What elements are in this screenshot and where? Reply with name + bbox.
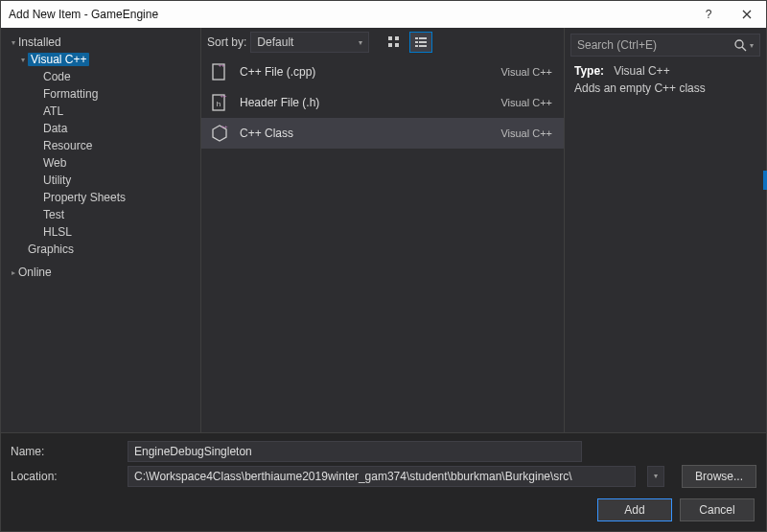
- item-row[interactable]: ++ C++ Class Visual C++: [201, 118, 564, 149]
- title-bar: Add New Item - GameEngine ?: [1, 1, 766, 28]
- location-field[interactable]: [128, 466, 636, 487]
- search-input[interactable]: Search (Ctrl+E) ▾: [570, 34, 760, 57]
- close-icon: [742, 10, 752, 19]
- info-pane: Type: Visual C++ Adds an empty C++ class: [565, 62, 766, 97]
- add-button[interactable]: Add: [597, 498, 672, 521]
- name-field[interactable]: [128, 441, 582, 462]
- svg-rect-0: [388, 36, 392, 40]
- location-label: Location:: [11, 470, 124, 483]
- category-tree[interactable]: ▾ Installed ▾ Visual C++ Code Formatting…: [1, 28, 200, 432]
- grid-icon: [387, 35, 401, 49]
- cpp-class-icon: ++: [209, 123, 230, 144]
- svg-rect-1: [395, 36, 399, 40]
- tree-item[interactable]: ATL: [5, 103, 197, 120]
- cpp-file-icon: ++: [209, 61, 230, 82]
- accent-strip: [763, 171, 767, 190]
- item-list: ++ C++ File (.cpp) Visual C++ h++ Header…: [201, 57, 564, 432]
- view-list-button[interactable]: [409, 32, 432, 53]
- sort-select[interactable]: Default ▾: [250, 32, 369, 53]
- svg-text:++: ++: [221, 124, 228, 129]
- item-row[interactable]: ++ C++ File (.cpp) Visual C++: [201, 57, 564, 87]
- svg-rect-7: [419, 41, 427, 43]
- tree-item[interactable]: Property Sheets: [5, 189, 197, 206]
- chevron-down-icon: ▾: [359, 38, 362, 47]
- tree-item[interactable]: Test: [5, 206, 197, 223]
- svg-rect-8: [415, 45, 418, 47]
- close-button[interactable]: [728, 1, 766, 28]
- caret-right-icon: ▸: [9, 268, 18, 277]
- svg-point-16: [735, 40, 743, 48]
- svg-rect-3: [395, 43, 399, 47]
- search-icon: ▾: [733, 38, 754, 52]
- svg-text:++: ++: [220, 93, 227, 99]
- svg-rect-2: [388, 43, 392, 47]
- toolbar: Sort by: Default ▾: [201, 28, 564, 57]
- svg-rect-6: [415, 41, 418, 43]
- svg-rect-9: [419, 45, 427, 47]
- svg-text:++: ++: [218, 62, 225, 68]
- tree-item[interactable]: Data: [5, 120, 197, 137]
- svg-rect-4: [415, 37, 418, 39]
- tree-item[interactable]: Resource: [5, 137, 197, 154]
- tree-item[interactable]: Formatting: [5, 85, 197, 103]
- tree-item[interactable]: Utility: [5, 172, 197, 189]
- tree-graphics[interactable]: Graphics: [5, 241, 197, 258]
- type-label: Type:: [574, 64, 604, 78]
- view-grid-button[interactable]: [383, 32, 406, 53]
- name-label: Name:: [11, 445, 124, 458]
- type-value: Visual C++: [614, 64, 669, 78]
- sort-value: Default: [257, 35, 293, 49]
- window-title: Add New Item - GameEngine: [1, 8, 689, 21]
- tree-item[interactable]: Web: [5, 154, 197, 172]
- location-dropdown[interactable]: ▾: [647, 466, 664, 487]
- sort-label: Sort by:: [207, 35, 246, 49]
- list-icon: [414, 35, 428, 49]
- browse-button[interactable]: Browse...: [682, 465, 756, 488]
- tree-visual-cpp[interactable]: ▾ Visual C++: [5, 51, 197, 68]
- tree-item[interactable]: Code: [5, 68, 197, 85]
- caret-down-icon: ▾: [9, 38, 18, 47]
- caret-down-icon: ▾: [18, 56, 28, 64]
- cancel-button[interactable]: Cancel: [680, 498, 755, 521]
- search-placeholder: Search (Ctrl+E): [577, 38, 657, 52]
- item-description: Adds an empty C++ class: [574, 81, 756, 95]
- tree-online[interactable]: ▸ Online: [5, 264, 197, 281]
- tree-item[interactable]: HLSL: [5, 223, 197, 241]
- svg-rect-5: [419, 37, 427, 39]
- tree-installed[interactable]: ▾ Installed: [5, 34, 197, 51]
- help-button[interactable]: ?: [689, 1, 728, 28]
- svg-text:h: h: [217, 100, 221, 108]
- item-row[interactable]: h++ Header File (.h) Visual C++: [201, 87, 564, 118]
- header-file-icon: h++: [209, 92, 230, 113]
